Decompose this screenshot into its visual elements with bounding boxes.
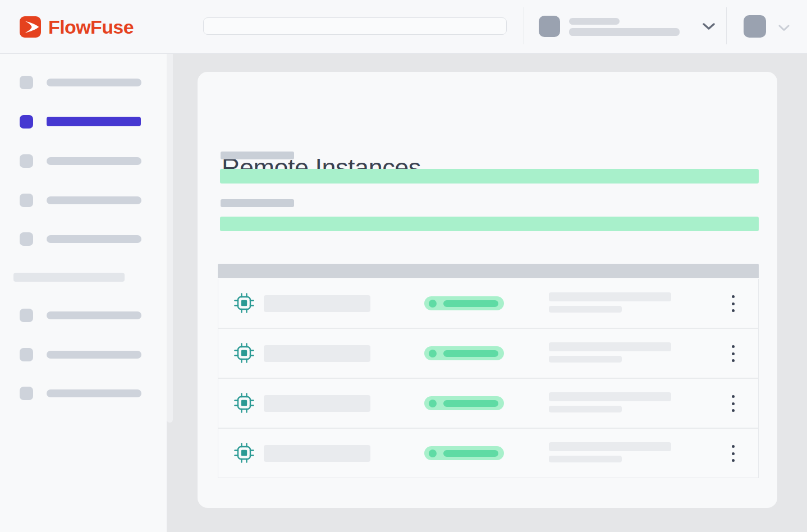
sidebar-item[interactable] — [0, 154, 167, 168]
form-field-highlighted-input[interactable] — [220, 169, 759, 184]
kebab-menu-button[interactable] — [725, 445, 741, 462]
sidebar-item-label-placeholder — [47, 79, 141, 86]
meta-line-placeholder — [549, 456, 622, 462]
kebab-menu-button[interactable] — [725, 345, 741, 362]
sidebar-item-icon-placeholder — [20, 76, 33, 89]
remote-instances-card: Remote Instances — [198, 72, 777, 508]
meta-line-placeholder — [549, 306, 622, 313]
user-avatar-placeholder — [744, 15, 766, 38]
status-label-placeholder — [443, 350, 498, 357]
status-badge — [424, 346, 504, 360]
sidebar-item-label-placeholder — [47, 196, 141, 204]
team-detail-placeholder — [569, 28, 680, 36]
instance-meta — [549, 392, 671, 412]
meta-line-placeholder — [549, 406, 622, 412]
instance-row[interactable] — [218, 378, 758, 428]
table-header-row — [218, 264, 759, 278]
status-badge — [424, 396, 504, 410]
form-field-label-placeholder — [221, 199, 294, 207]
status-dot — [429, 400, 437, 407]
instance-name-placeholder — [264, 445, 370, 462]
instance-meta — [549, 342, 671, 363]
sidebar-item-label-placeholder — [47, 117, 141, 126]
sidebar-item-label-placeholder — [47, 389, 141, 397]
sidebar-item-icon-placeholder — [20, 309, 33, 322]
sidebar-item-active[interactable] — [0, 115, 167, 129]
chevron-down-icon — [778, 25, 790, 31]
status-dot — [429, 300, 437, 308]
sidebar-item-icon-placeholder — [20, 232, 33, 246]
status-label-placeholder — [443, 300, 498, 307]
status-dot — [429, 350, 437, 357]
instance-name-placeholder — [264, 395, 370, 412]
brand-wordmark: FlowFuse — [48, 16, 134, 38]
meta-line-placeholder — [549, 342, 671, 351]
sidebar-item-label-placeholder — [47, 351, 141, 359]
instance-row[interactable] — [218, 279, 758, 328]
sidebar-item[interactable] — [0, 348, 167, 361]
chip-icon — [234, 293, 254, 313]
kebab-menu-button[interactable] — [725, 295, 741, 312]
instance-name-placeholder — [264, 295, 370, 312]
instance-name-placeholder — [264, 345, 370, 362]
team-avatar-placeholder — [539, 16, 560, 37]
sidebar-section-label-placeholder — [13, 273, 125, 282]
chip-icon — [234, 393, 254, 413]
header-divider — [726, 7, 727, 44]
meta-line-placeholder — [549, 356, 622, 363]
kebab-menu-button[interactable] — [725, 395, 741, 412]
sidebar-item[interactable] — [0, 76, 167, 89]
status-badge — [424, 446, 504, 460]
sidebar-item-label-placeholder — [47, 235, 141, 243]
sidebar-item-label-placeholder — [47, 311, 141, 319]
instance-row[interactable] — [218, 328, 758, 378]
sidebar-item-icon-placeholder — [20, 194, 33, 207]
form-field-highlighted-input[interactable] — [220, 217, 759, 231]
top-header: FlowFuse — [0, 0, 807, 54]
table-body — [218, 279, 759, 478]
flowfuse-logo-icon — [20, 16, 41, 38]
status-badge — [424, 296, 504, 310]
meta-line-placeholder — [549, 442, 671, 451]
sidebar-scrollbar[interactable] — [167, 53, 173, 423]
sidebar-item-icon-placeholder — [20, 387, 33, 400]
sidebar-item-icon-placeholder — [20, 154, 33, 168]
chip-icon — [234, 443, 254, 463]
sidebar-item[interactable] — [0, 232, 167, 246]
status-label-placeholder — [443, 450, 498, 457]
instance-meta — [549, 442, 671, 462]
form-field-label-placeholder — [221, 152, 294, 159]
sidebar-item-icon-placeholder — [20, 348, 33, 361]
sidebar-item[interactable] — [0, 387, 167, 400]
status-label-placeholder — [443, 400, 498, 407]
team-name-placeholder — [569, 18, 620, 25]
header-divider — [524, 7, 524, 44]
sidebar — [0, 53, 167, 532]
chip-icon — [234, 343, 254, 363]
instance-row[interactable] — [218, 428, 758, 478]
sidebar-item[interactable] — [0, 194, 167, 207]
sidebar-item-label-placeholder — [47, 157, 141, 165]
meta-line-placeholder — [549, 292, 671, 301]
sidebar-item[interactable] — [0, 309, 167, 322]
brand-logo[interactable]: FlowFuse — [20, 16, 134, 38]
instance-meta — [549, 292, 671, 313]
status-dot — [429, 450, 437, 457]
chevron-down-icon — [702, 22, 716, 30]
instances-table — [218, 264, 759, 478]
sidebar-item-icon-placeholder — [20, 115, 33, 129]
global-search-input[interactable] — [203, 17, 507, 35]
meta-line-placeholder — [549, 392, 671, 401]
